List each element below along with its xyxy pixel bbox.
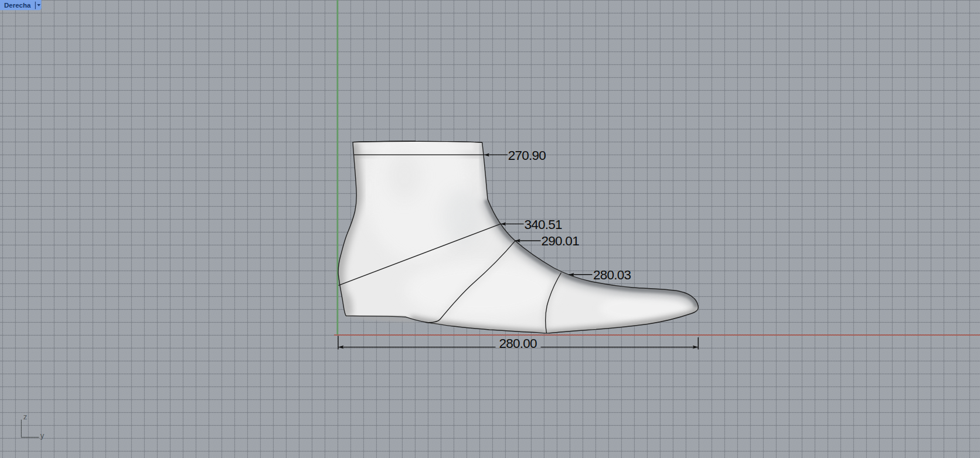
svg-text:270.90: 270.90 [508,148,546,163]
svg-text:y: y [40,431,45,440]
svg-text:Derecha: Derecha [4,2,31,9]
svg-text:z: z [23,412,28,421]
svg-text:290.01: 290.01 [542,234,580,248]
svg-text:280.00: 280.00 [499,336,537,351]
svg-text:280.03: 280.03 [593,268,631,282]
svg-text:340.51: 340.51 [525,217,563,232]
